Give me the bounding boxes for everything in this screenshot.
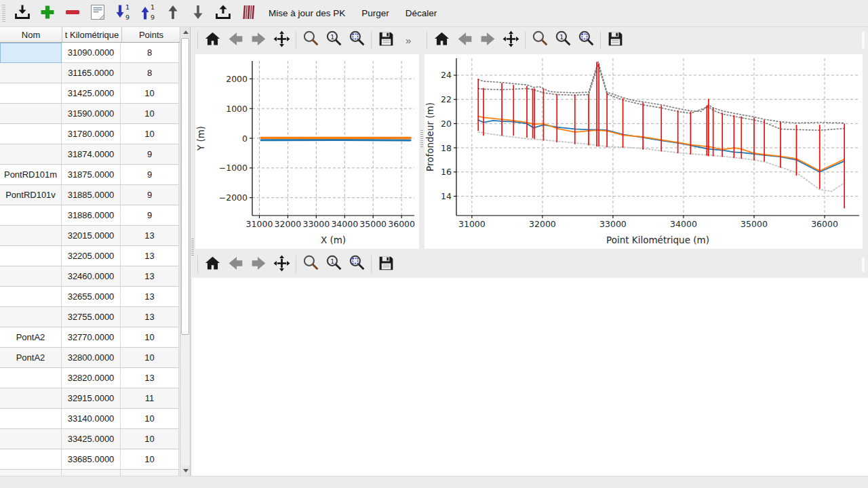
cell-point-kilometrique[interactable]: 31886.0000	[62, 205, 121, 226]
scrollbar-thumb[interactable]	[181, 38, 189, 335]
forward-button[interactable]	[247, 28, 270, 52]
cell-points[interactable]: 9	[121, 185, 179, 205]
cell-nom[interactable]	[0, 104, 62, 124]
cell-nom[interactable]: PontRD101m	[0, 165, 62, 185]
cell-nom[interactable]	[0, 63, 62, 83]
profile-plot-canvas[interactable]: 3100032000330003400035000360001416182022…	[425, 54, 863, 249]
cell-nom[interactable]	[0, 409, 62, 429]
pan-button[interactable]	[270, 253, 293, 276]
home-button[interactable]	[201, 28, 224, 52]
cell[interactable]	[0, 470, 62, 476]
table-scrollbar[interactable]	[180, 27, 190, 476]
zoom-button[interactable]	[299, 28, 322, 52]
column-header-nom[interactable]: Nom	[0, 27, 62, 42]
cell-point-kilometrique[interactable]: 32655.0000	[62, 287, 121, 307]
back-button[interactable]	[224, 253, 247, 276]
move-down-button[interactable]	[186, 3, 210, 24]
cell-points[interactable]: 13	[121, 226, 179, 246]
cell-nom[interactable]	[0, 368, 62, 388]
cell-points[interactable]: 11	[121, 388, 179, 409]
purger-button[interactable]: Purger	[354, 3, 397, 24]
cell-nom[interactable]: PontA2	[0, 348, 62, 368]
cell-nom[interactable]	[0, 144, 62, 165]
cell-points[interactable]: 13	[121, 287, 179, 307]
scroll-down-button[interactable]	[181, 466, 190, 476]
cell-point-kilometrique[interactable]: 31425.0000	[62, 83, 121, 104]
zoom-region-button[interactable]	[574, 28, 597, 52]
decaler-button[interactable]: Décaler	[398, 3, 445, 24]
cell-points[interactable]: 10	[121, 429, 179, 449]
notes-button[interactable]	[86, 3, 109, 24]
cell-points[interactable]: 8	[121, 43, 179, 63]
zoom-button[interactable]	[299, 253, 322, 276]
cell-points[interactable]: 10	[121, 348, 179, 368]
cell-point-kilometrique[interactable]: 32800.0000	[62, 348, 121, 368]
toolbar-grip[interactable]	[2, 5, 5, 22]
scroll-up-button[interactable]	[181, 27, 190, 37]
move-up-button[interactable]	[161, 3, 184, 24]
pan-button[interactable]	[499, 28, 522, 52]
cell-point-kilometrique[interactable]: 31165.0000	[62, 63, 121, 83]
zoom-one-button[interactable]: 1	[551, 28, 574, 52]
cell-point-kilometrique[interactable]: 33140.0000	[62, 409, 121, 429]
home-button[interactable]	[201, 253, 224, 276]
sort-ascending-button[interactable]: 19	[136, 3, 159, 24]
splitter-handle-table-plots[interactable]	[191, 239, 194, 256]
add-row-button[interactable]	[36, 3, 59, 24]
back-button[interactable]	[224, 28, 247, 52]
cell-point-kilometrique[interactable]: 33425.0000	[62, 429, 121, 449]
cell-points[interactable]: 13	[121, 266, 179, 287]
cell-nom[interactable]	[0, 124, 62, 144]
cell-point-kilometrique[interactable]: 32460.0000	[62, 266, 121, 287]
cell-points[interactable]: 13	[121, 368, 179, 388]
cell-point-kilometrique[interactable]: 31885.0000	[62, 185, 121, 205]
export-button[interactable]	[212, 3, 235, 24]
pan-button[interactable]	[270, 28, 293, 52]
forward-button[interactable]	[247, 253, 270, 276]
zoom-one-button[interactable]: 1	[322, 28, 345, 52]
save-button[interactable]	[604, 28, 627, 52]
column-header-points[interactable]: Points	[122, 27, 181, 42]
cell-points[interactable]: 13	[121, 246, 179, 266]
import-button[interactable]	[11, 3, 34, 24]
cell-point-kilometrique[interactable]: 32820.0000	[62, 368, 121, 388]
cell-point-kilometrique[interactable]: 32770.0000	[62, 327, 121, 348]
cell-point-kilometrique[interactable]: 31874.0000	[62, 144, 121, 165]
cell-nom[interactable]	[0, 449, 62, 470]
sort-descending-button[interactable]: 19	[111, 3, 134, 24]
cell-point-kilometrique[interactable]: 31590.0000	[62, 104, 121, 124]
column-header-point-kilometrique[interactable]: t Kilométrique	[62, 27, 122, 42]
cell-points[interactable]: 9	[121, 205, 179, 226]
cell-points[interactable]: 9	[121, 165, 179, 185]
cell-points[interactable]: 9	[121, 144, 179, 165]
cell-point-kilometrique[interactable]: 31090.0000	[62, 43, 121, 63]
delete-row-button[interactable]	[61, 3, 84, 24]
cell-point-kilometrique[interactable]: 32205.0000	[62, 246, 121, 266]
cell-nom[interactable]	[0, 287, 62, 307]
home-button[interactable]	[430, 28, 453, 52]
cell-points[interactable]: 10	[121, 104, 179, 124]
cell[interactable]	[62, 470, 121, 476]
cell-point-kilometrique[interactable]: 31875.0000	[62, 165, 121, 185]
cell-nom[interactable]	[0, 266, 62, 287]
cell-point-kilometrique[interactable]: 31780.0000	[62, 124, 121, 144]
cell-points[interactable]: 8	[121, 63, 179, 83]
cell-nom[interactable]	[0, 83, 62, 104]
cell-nom[interactable]	[0, 388, 62, 409]
right-panel-scrollbar[interactable]	[862, 31, 865, 49]
cell-points[interactable]: 13	[121, 307, 179, 327]
cell-point-kilometrique[interactable]: 32015.0000	[62, 226, 121, 246]
cell-point-kilometrique[interactable]: 33685.0000	[62, 449, 121, 470]
cell-points[interactable]: 10	[121, 409, 179, 429]
toolbar-overflow-button[interactable]: »	[401, 34, 416, 47]
cell[interactable]	[121, 470, 179, 476]
cell-point-kilometrique[interactable]: 32755.0000	[62, 307, 121, 327]
bottom-panel-scrollbar[interactable]	[862, 257, 865, 272]
cell-points[interactable]: 10	[121, 449, 179, 470]
cell-nom[interactable]	[0, 429, 62, 449]
zoom-button[interactable]	[528, 28, 551, 52]
save-button[interactable]	[374, 253, 397, 276]
save-button[interactable]	[374, 28, 397, 52]
cell-points[interactable]: 10	[121, 327, 179, 348]
back-button[interactable]	[453, 28, 476, 52]
